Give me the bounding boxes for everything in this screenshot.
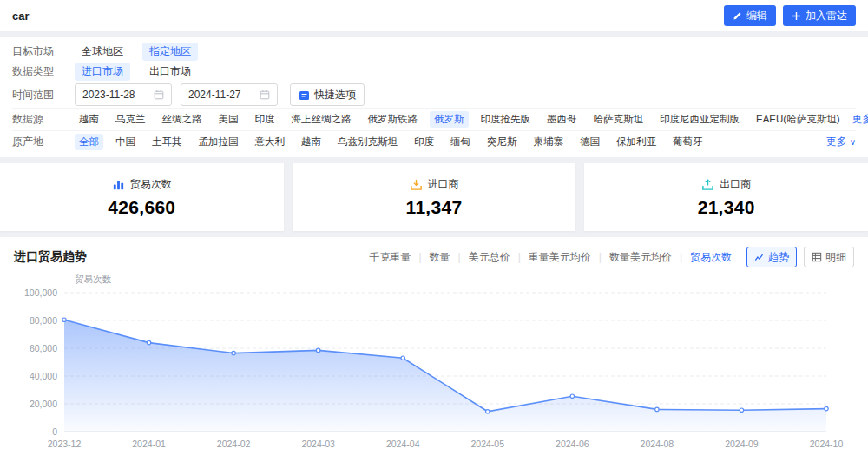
trend-panel: 进口贸易趋势 千克重量|数量|美元总价|重量美元均价|数量美元均价|贸易次数趋势… xyxy=(0,237,868,462)
filter-option-data-type[interactable]: 出口市场 xyxy=(142,63,198,81)
filter-option-origin[interactable]: 印度 xyxy=(410,134,438,150)
filter-option-target-market[interactable]: 全球地区 xyxy=(75,43,130,61)
stat-value: 426,660 xyxy=(108,197,175,218)
filter-option-origin[interactable]: 意大利 xyxy=(251,134,290,150)
view-button-trend[interactable]: 趋势 xyxy=(746,247,797,267)
filter-option-data-source[interactable]: 俄罗斯 xyxy=(430,111,469,128)
stat-label: 贸易次数 xyxy=(130,177,172,192)
metric-tab-5[interactable]: 数量美元均价 xyxy=(602,250,680,265)
filter-option-data-source[interactable]: 美国 xyxy=(214,111,243,128)
filter-option-data-source[interactable]: 印度抢先版 xyxy=(477,111,536,128)
date-value: 2023-11-28 xyxy=(82,89,135,101)
filter-option-data-type[interactable]: 进口市场 xyxy=(75,63,130,81)
filter-option-origin[interactable]: 保加利亚 xyxy=(612,134,661,150)
quick-options-label: 快捷选项 xyxy=(314,88,356,102)
importer-icon xyxy=(410,178,423,191)
chevron-down-icon: ∨ xyxy=(850,137,856,147)
metric-tab-3[interactable]: 美元总价 xyxy=(461,250,518,265)
filter-option-origin[interactable]: 德国 xyxy=(575,134,604,150)
edit-icon xyxy=(733,11,742,21)
svg-text:2024-04: 2024-04 xyxy=(386,439,420,449)
trend-header: 进口贸易趋势 千克重量|数量|美元总价|重量美元均价|数量美元均价|贸易次数趋势… xyxy=(14,246,854,268)
metric-tab-6[interactable]: 贸易次数 xyxy=(682,250,740,265)
trend-icon xyxy=(754,252,765,262)
more-label: 更多 xyxy=(852,112,868,127)
stat-header: 贸易次数 xyxy=(112,177,172,192)
stat-header: 进口商 xyxy=(410,177,459,192)
filter-row-target-market: 目标市场全球地区指定地区 xyxy=(12,42,856,62)
y-axis-title: 贸易次数 xyxy=(75,274,112,284)
view-button-detail[interactable]: 明细 xyxy=(804,247,854,267)
filter-option-data-source[interactable]: 俄罗斯铁路 xyxy=(364,111,423,128)
stat-label: 进口商 xyxy=(428,177,459,192)
metric-tab-2[interactable]: 数量 xyxy=(422,250,458,265)
svg-text:40,000: 40,000 xyxy=(30,371,57,381)
page-title: car xyxy=(12,10,30,23)
svg-text:2024-05: 2024-05 xyxy=(471,439,505,449)
trend-toolbar: 千克重量|数量|美元总价|重量美元均价|数量美元均价|贸易次数趋势明细 xyxy=(361,247,854,267)
svg-text:2024-08: 2024-08 xyxy=(641,439,674,449)
quick-options-button[interactable]: 快捷选项 xyxy=(290,83,365,106)
filter-option-data-source[interactable]: 哈萨克斯坦 xyxy=(589,111,648,128)
more-link-data-source[interactable]: 更多∨ xyxy=(852,112,868,127)
filter-option-data-source[interactable]: 乌克兰 xyxy=(111,111,150,128)
filter-label: 数据源 xyxy=(12,112,75,127)
filter-option-data-source[interactable]: 丝绸之路 xyxy=(158,111,207,128)
filter-label: 数据类型 xyxy=(12,64,75,79)
topbar-actions: 编辑加入雷达 xyxy=(724,5,856,26)
stat-header: 出口商 xyxy=(701,177,751,192)
svg-text:2024-03: 2024-03 xyxy=(301,439,335,449)
filter-label: 时间范围 xyxy=(12,88,75,102)
svg-text:2024-09: 2024-09 xyxy=(725,439,759,449)
button-label: 编辑 xyxy=(746,9,767,23)
stat-value: 11,347 xyxy=(406,197,463,218)
svg-text:2024-01: 2024-01 xyxy=(132,439,166,449)
end-date-input[interactable]: 2024-11-27 xyxy=(181,83,278,106)
svg-text:2024-02: 2024-02 xyxy=(217,439,251,449)
quick-calendar-icon xyxy=(299,89,310,101)
stats-row: 贸易次数426,660进口商11,347出口商21,340 xyxy=(0,163,868,231)
filter-option-data-source[interactable]: 印度 xyxy=(251,111,279,128)
filter-row-origin: 原产地全部中国土耳其孟加拉国意大利越南乌兹别克斯坦印度缅甸突尼斯柬埔寨德国保加利… xyxy=(12,130,856,153)
filter-option-origin[interactable]: 柬埔寨 xyxy=(529,134,569,150)
button-label: 加入雷达 xyxy=(806,9,847,23)
filter-option-data-source[interactable]: 海上丝绸之路 xyxy=(287,111,356,128)
exporter-icon xyxy=(701,178,714,191)
metric-tab-1[interactable]: 千克重量 xyxy=(361,250,418,265)
filter-option-data-source[interactable]: 印度尼西亚定制版 xyxy=(655,111,744,128)
filter-option-origin[interactable]: 越南 xyxy=(297,134,326,150)
filter-option-origin[interactable]: 乌兹别克斯坦 xyxy=(333,134,402,150)
filter-option-origin[interactable]: 葡萄牙 xyxy=(668,134,707,150)
filter-option-origin[interactable]: 土耳其 xyxy=(148,134,187,150)
filter-option-data-source[interactable]: 墨西哥 xyxy=(542,111,582,128)
date-value: 2024-11-27 xyxy=(188,89,241,101)
bar-chart-icon xyxy=(112,178,125,191)
svg-text:20,000: 20,000 xyxy=(30,399,57,409)
area-fill xyxy=(64,320,826,432)
more-link-origin[interactable]: 更多∨ xyxy=(826,135,856,149)
metric-tab-4[interactable]: 重量美元均价 xyxy=(521,250,599,265)
filter-option-data-source[interactable]: EAEU(哈萨克斯坦) xyxy=(752,111,844,128)
filter-option-data-source[interactable]: 越南 xyxy=(75,111,103,128)
stat-label: 出口商 xyxy=(720,177,751,192)
filter-row-data-source: 数据源越南乌克兰丝绸之路美国印度海上丝绸之路俄罗斯铁路俄罗斯印度抢先版墨西哥哈萨… xyxy=(12,108,856,130)
filter-row-time-range: 时间范围2023-11-282024-11-27快捷选项 xyxy=(12,82,856,108)
calendar-icon xyxy=(260,89,270,100)
edit-button[interactable]: 编辑 xyxy=(724,5,776,26)
view-label: 明细 xyxy=(825,250,846,265)
filter-label: 目标市场 xyxy=(12,44,75,59)
trend-title: 进口贸易趋势 xyxy=(14,249,87,265)
filter-row-data-type: 数据类型进口市场出口市场 xyxy=(12,62,856,82)
filter-option-origin[interactable]: 中国 xyxy=(111,134,140,150)
add-radar-button[interactable]: 加入雷达 xyxy=(783,5,856,26)
detail-icon xyxy=(812,252,822,262)
start-date-input[interactable]: 2023-11-28 xyxy=(75,83,172,106)
filter-option-origin[interactable]: 孟加拉国 xyxy=(194,134,243,150)
plus-icon xyxy=(792,11,801,21)
more-label: 更多 xyxy=(826,135,847,149)
filter-option-origin[interactable]: 突尼斯 xyxy=(483,134,522,150)
filter-option-origin[interactable]: 全部 xyxy=(75,134,103,150)
svg-text:2023-12: 2023-12 xyxy=(48,439,82,449)
filter-option-target-market[interactable]: 指定地区 xyxy=(142,43,198,61)
filter-option-origin[interactable]: 缅甸 xyxy=(446,134,475,150)
